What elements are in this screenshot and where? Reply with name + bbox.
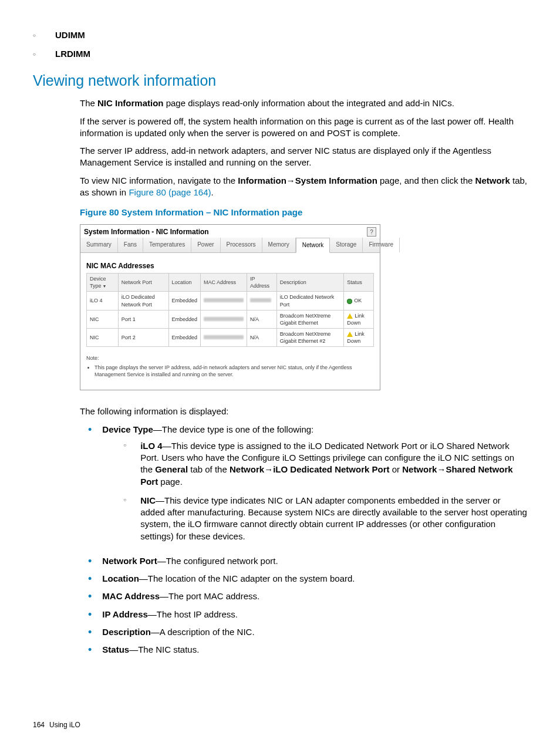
list-item: • Device Type—The device type is one of … (88, 424, 527, 549)
nic-table: Device Type▼ Network Port Location MAC A… (86, 273, 374, 347)
col-device-type[interactable]: Device Type▼ (87, 274, 119, 292)
item-text: —The port MAC address. (160, 591, 259, 601)
col-description[interactable]: Description (276, 274, 344, 292)
table-row: NIC Port 1 Embedded N/A Broadcom NetXtre… (87, 310, 374, 328)
bullet-dot-icon: • (88, 573, 92, 585)
text: . (211, 187, 213, 197)
status-warn-icon (347, 331, 355, 337)
item-text: —The configured network port. (157, 556, 278, 566)
text-bold: General (155, 464, 188, 474)
paragraph: The server IP address, add-in network ad… (80, 145, 527, 169)
sublist-item: ○ UDIMM (33, 29, 527, 41)
item-text: —This device type indicates NIC or LAN a… (140, 495, 527, 541)
panel-body: NIC MAC Addresses Device Type▼ Network P… (80, 253, 380, 390)
cell-device-type: NIC (87, 310, 119, 328)
note-block: Note: This page displays the server IP a… (86, 355, 374, 378)
paragraph: The NIC Information page displays read-o… (80, 97, 527, 109)
help-icon[interactable]: ? (367, 227, 376, 237)
item-text: —The NIC status. (129, 644, 199, 654)
cell-description: Broadcom NetXtreme Gigabit Ethernet (276, 310, 344, 328)
bullet-hollow-circle: ○ (33, 33, 40, 39)
item-text: —The device type is one of the following… (153, 424, 314, 434)
sublist-label: UDIMM (55, 29, 85, 41)
tab-network[interactable]: Network (296, 238, 330, 253)
panel-title: System Information - NIC Information (84, 227, 209, 237)
list-item: • Status—The NIC status. (88, 644, 527, 656)
cell-status: Link Down (344, 310, 374, 328)
bullet-hollow-circle: ○ (123, 497, 126, 542)
redacted-mac (204, 317, 244, 321)
tab-summary[interactable]: Summary (80, 238, 118, 252)
sublist-label: LRDIMM (55, 48, 90, 60)
col-ip-address[interactable]: IP Address (247, 274, 277, 292)
page-number: 164 (33, 720, 45, 730)
arrow: → (437, 464, 446, 474)
text: tab of the (188, 464, 230, 474)
redacted-mac (204, 298, 244, 302)
item-label: IP Address (102, 609, 148, 619)
footer-section: Using iLO (49, 720, 80, 730)
list-item: ○ iLO 4—This device type is assigned to … (123, 440, 527, 488)
status-ok-icon (347, 298, 354, 303)
tab-firmware[interactable]: Firmware (363, 238, 400, 252)
col-status[interactable]: Status (344, 274, 374, 292)
tab-temperatures[interactable]: Temperatures (143, 238, 191, 252)
bullet-dot-icon: • (88, 627, 92, 638)
cell-ip (247, 292, 277, 310)
page-footer: 164 Using iLO (33, 720, 527, 730)
panel-subheading: NIC MAC Addresses (86, 261, 374, 271)
status-warn-icon (347, 313, 355, 319)
bullet-dot-icon: • (88, 591, 92, 602)
item-label: Description (102, 627, 151, 637)
tab-memory[interactable]: Memory (262, 238, 296, 252)
redacted-ip (250, 298, 271, 302)
item-label: Network Port (102, 556, 157, 566)
cell-location: Embedded (168, 310, 201, 328)
tab-fans[interactable]: Fans (118, 238, 143, 252)
text: or (390, 464, 403, 474)
sort-desc-icon: ▼ (103, 284, 107, 288)
info-list: • Device Type—The device type is one of … (88, 424, 527, 656)
inner-list: ○ iLO 4—This device type is assigned to … (123, 440, 527, 542)
list-item: ○ NIC—This device type indicates NIC or … (123, 495, 527, 542)
cell-mac (201, 328, 247, 346)
cell-device-type: NIC (87, 328, 119, 346)
section-heading: Viewing network information (33, 71, 527, 91)
figure-caption: Figure 80 System Information – NIC Infor… (80, 207, 527, 218)
tab-storage[interactable]: Storage (330, 238, 363, 252)
text-bold: Information (238, 175, 286, 185)
table-row: iLO 4 iLO Dedicated Network Port Embedde… (87, 292, 374, 310)
cell-ip: N/A (247, 328, 277, 346)
tab-bar: Summary Fans Temperatures Power Processo… (80, 238, 380, 253)
item-label: Device Type (102, 424, 153, 434)
col-mac-address[interactable]: MAC Address (201, 274, 247, 292)
cell-status: OK (344, 292, 374, 310)
panel-title-row: System Information - NIC Information ? (80, 225, 380, 238)
item-label: NIC (140, 495, 156, 505)
item-text: —The location of the NIC adapter on the … (139, 573, 355, 583)
col-location[interactable]: Location (168, 274, 201, 292)
cell-mac (201, 310, 247, 328)
list-item: • Network Port—The configured network po… (88, 555, 527, 567)
list-item: • IP Address—The host IP address. (88, 609, 527, 620)
cell-network-port: Port 1 (118, 310, 168, 328)
item-text: —A description of the NIC. (151, 627, 255, 637)
redacted-mac (204, 335, 244, 339)
figure-xref-link[interactable]: Figure 80 (page 164) (129, 187, 211, 197)
col-network-port[interactable]: Network Port (118, 274, 168, 292)
text: page displays read-only information abou… (164, 98, 454, 108)
text-bold: Network (230, 464, 264, 474)
tab-power[interactable]: Power (191, 238, 220, 252)
cell-description: Broadcom NetXtreme Gigabit Ethernet #2 (276, 328, 344, 346)
item-label: iLO 4 (140, 441, 163, 451)
tab-processors[interactable]: Processors (221, 238, 262, 252)
cell-network-port: iLO Dedicated Network Port (118, 292, 168, 310)
text-bold: Network (475, 175, 510, 185)
list-item: • Description—A description of the NIC. (88, 626, 527, 638)
item-text: —The host IP address. (148, 609, 238, 619)
text: The (80, 98, 97, 108)
cell-description: iLO Dedicated Network Port (276, 292, 344, 310)
cell-location: Embedded (168, 328, 201, 346)
cell-device-type: iLO 4 (87, 292, 119, 310)
cell-status: Link Down (344, 328, 374, 346)
